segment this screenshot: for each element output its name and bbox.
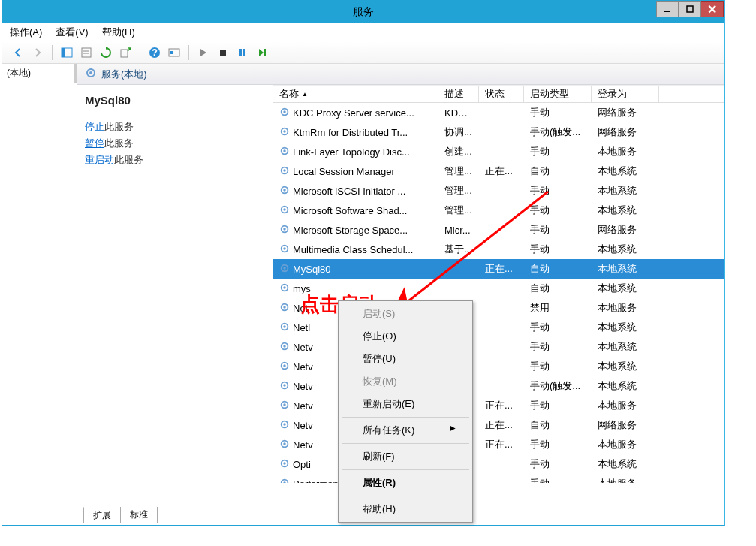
title-bar: 服务 ✕ <box>2 1 724 23</box>
table-row[interactable]: Microsoft iSCSI Initiator ...管理...手动本地系统 <box>273 181 724 201</box>
properties-button[interactable] <box>78 44 95 61</box>
cell-login: 本地服务 <box>592 399 659 412</box>
table-row[interactable]: MySql80正在...自动本地系统 <box>273 259 724 279</box>
cell-login: 本地系统 <box>592 379 659 393</box>
stop-button[interactable] <box>215 44 231 61</box>
cell-login: 网络服务 <box>592 125 659 139</box>
ctx-start: 启动(S) <box>340 303 471 325</box>
export-button[interactable] <box>117 44 134 61</box>
gear-icon <box>279 126 290 139</box>
cell-start: 手动 <box>524 145 592 158</box>
table-row[interactable]: Local Session Manager管理...正在...自动本地系统 <box>273 161 724 181</box>
svg-point-57 <box>283 481 286 483</box>
menu-view[interactable]: 查看(V) <box>56 26 88 39</box>
cell-status: 正在... <box>479 399 524 412</box>
show-hide-button[interactable] <box>59 44 75 61</box>
cell-name: MySql80 <box>273 263 438 276</box>
maximize-button[interactable] <box>679 1 701 17</box>
cell-status: 正在... <box>479 164 524 178</box>
ctx-alltasks[interactable]: 所有任务(K)▶ <box>340 419 471 442</box>
extra-button[interactable] <box>166 44 182 61</box>
play-button[interactable] <box>195 44 212 61</box>
cell-name: KtmRm for Distributed Tr... <box>273 126 438 139</box>
svg-point-17 <box>89 71 92 74</box>
minimize-button[interactable] <box>656 1 679 17</box>
refresh-button[interactable] <box>98 44 114 61</box>
cell-login: 本地服务 <box>592 438 659 451</box>
cell-name: Multimedia Class Schedul... <box>273 243 438 256</box>
pause-button[interactable] <box>234 44 251 61</box>
svg-point-29 <box>283 208 286 211</box>
cell-desc: KDC... <box>438 107 479 119</box>
ctx-help[interactable]: 帮助(H) <box>340 498 471 520</box>
table-row[interactable]: Multimedia Class Schedul...基于...手动本地系统 <box>273 240 724 259</box>
cell-name: KDC Proxy Server service... <box>273 107 438 119</box>
cell-start: 手动(触发... <box>524 379 592 393</box>
cell-login: 本地系统 <box>592 164 659 178</box>
ctx-restart[interactable]: 重新启动(E) <box>340 393 471 415</box>
svg-point-21 <box>283 130 286 133</box>
context-menu: 启动(S) 停止(O) 暂停(U) 恢复(M) 重新启动(E) 所有任务(K)▶… <box>338 300 473 523</box>
gear-icon <box>279 478 290 484</box>
cell-desc: 创建... <box>438 145 479 158</box>
cell-name: Microsoft Software Shad... <box>273 204 438 217</box>
back-button[interactable] <box>10 44 26 61</box>
cell-login: 网络服务 <box>592 223 659 237</box>
restart-link[interactable]: 重启动 <box>85 154 114 165</box>
ctx-separator <box>342 496 469 496</box>
cell-desc: Micr... <box>438 225 479 236</box>
svg-rect-12 <box>220 50 226 56</box>
ctx-stop[interactable]: 停止(O) <box>340 325 471 348</box>
cell-start: 自动 <box>524 262 592 276</box>
cell-login: 本地系统 <box>592 340 659 354</box>
cell-login: 本地系统 <box>592 457 659 471</box>
gear-icon <box>279 439 290 451</box>
col-status[interactable]: 状态 <box>479 86 524 102</box>
cell-start: 手动(触发... <box>524 125 592 139</box>
menu-action[interactable]: 操作(A) <box>10 26 42 39</box>
ctx-properties[interactable]: 属性(R) <box>340 472 471 494</box>
restart-button[interactable] <box>254 44 270 61</box>
table-row[interactable]: Microsoft Storage Space...Micr...手动网络服务 <box>273 220 724 240</box>
close-button[interactable]: ✕ <box>701 1 724 17</box>
svg-rect-15 <box>264 49 266 56</box>
cell-start: 禁用 <box>524 301 592 315</box>
gear-icon <box>279 146 290 158</box>
table-row[interactable]: KtmRm for Distributed Tr...协调...手动(触发...… <box>273 122 724 142</box>
svg-rect-7 <box>121 50 128 57</box>
cell-start: 手动 <box>524 399 592 412</box>
col-name[interactable]: 名称▲ <box>273 86 438 102</box>
table-row[interactable]: Microsoft Software Shad...管理...手动本地系统 <box>273 201 724 220</box>
gear-icon <box>279 107 290 119</box>
service-action-links: 停止此服务 暂停此服务 重启动此服务 <box>85 120 265 167</box>
tab-extended[interactable]: 扩展 <box>83 507 121 523</box>
detail-pane: MySql80 停止此服务 暂停此服务 重启动此服务 <box>77 85 273 522</box>
cell-name: Microsoft Storage Space... <box>273 224 438 237</box>
cell-desc: 基于... <box>438 243 479 256</box>
pause-link[interactable]: 暂停 <box>85 137 104 149</box>
tree-item-local[interactable]: (本地) <box>2 64 77 83</box>
cell-login: 本地系统 <box>592 243 659 256</box>
table-row[interactable]: KDC Proxy Server service...KDC...手动网络服务 <box>273 103 724 122</box>
list-header: 名称▲ 描述 状态 启动类型 登录为 <box>273 85 724 103</box>
forward-button[interactable] <box>29 44 46 61</box>
cell-login: 本地服务 <box>592 301 659 315</box>
tab-standard[interactable]: 标准 <box>120 507 158 523</box>
col-desc[interactable]: 描述 <box>438 86 479 102</box>
cell-status: 正在... <box>479 438 524 451</box>
ctx-pause[interactable]: 暂停(U) <box>340 348 471 370</box>
help-button[interactable]: ? <box>146 44 163 61</box>
menu-help[interactable]: 帮助(H) <box>102 26 135 39</box>
svg-point-25 <box>283 169 286 172</box>
ctx-refresh[interactable]: 刷新(F) <box>340 445 471 468</box>
cell-login: 本地系统 <box>592 262 659 276</box>
col-login[interactable]: 登录为 <box>592 86 659 102</box>
svg-point-55 <box>283 462 286 465</box>
window-buttons: ✕ <box>656 1 724 17</box>
cell-login: 网络服务 <box>592 418 659 432</box>
stop-link[interactable]: 停止 <box>85 121 104 132</box>
table-row[interactable]: Link-Layer Topology Disc...创建...手动本地服务 <box>273 142 724 161</box>
svg-point-49 <box>283 403 286 406</box>
col-start[interactable]: 启动类型 <box>524 86 592 102</box>
table-row[interactable]: mys自动本地系统 <box>273 279 724 298</box>
